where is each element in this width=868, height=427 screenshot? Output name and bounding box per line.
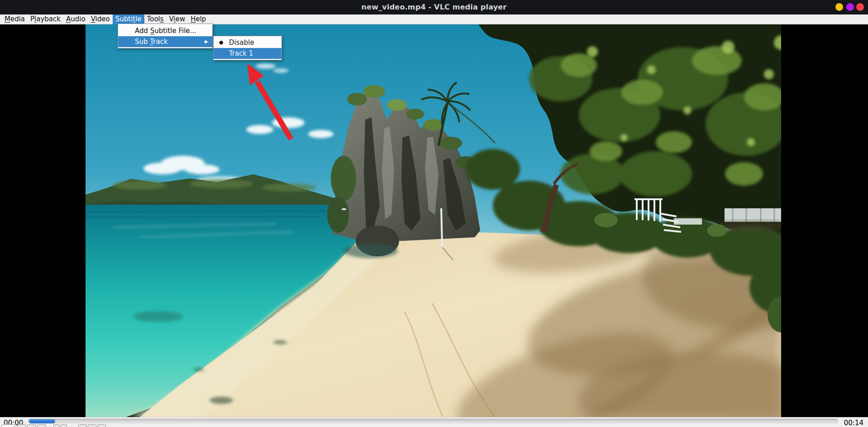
next-button[interactable] [37,424,46,427]
title-bar: new_video.mp4 - VLC media player [0,0,868,14]
menu-bar: Media Playback Audio Video Subtitle Tool… [0,14,868,24]
minimize-button[interactable] [835,3,843,11]
seek-bar[interactable] [28,419,838,424]
menu-view[interactable]: View [167,14,188,24]
menu-item-add-subtitle-file[interactable]: Add Subtitle File... [118,25,212,36]
seek-bar-progress [29,419,55,423]
menu-item-disable[interactable]: ●Disable [214,37,281,48]
close-button[interactable] [856,3,864,11]
menu-audio[interactable]: Audio [63,14,88,24]
stop-button[interactable] [27,424,36,427]
control-bar: 00:00 00:14 [0,417,868,427]
menu-video[interactable]: Video [88,14,113,24]
video-canvas[interactable] [86,24,781,417]
play-button[interactable] [1,424,14,427]
radio-selected-icon: ● [219,37,224,48]
menu-media[interactable]: Media [2,14,28,24]
submenu-arrow-icon: ▶ [205,36,208,47]
window-title: new_video.mp4 - VLC media player [0,0,868,14]
random-button[interactable] [97,424,106,427]
total-time: 00:14 [844,419,863,427]
menu-item-sub-track[interactable]: Sub Track▶ [118,36,212,47]
previous-button[interactable] [17,424,26,427]
extended-settings-button[interactable] [61,424,67,427]
loop-button[interactable] [88,424,96,427]
menu-tools[interactable]: Tools [144,14,167,24]
menu-item-track-1[interactable]: Track 1 [214,48,281,59]
maximize-button[interactable] [846,3,854,11]
menu-playback[interactable]: Playback [28,14,63,24]
subtitle-dropdown-menu: Add Subtitle File... Sub Track▶ [118,24,213,48]
fullscreen-button[interactable] [53,424,60,427]
playlist-button[interactable] [78,424,87,427]
sub-track-submenu: ●Disable Track 1 [213,36,282,60]
menu-help[interactable]: Help [188,14,209,24]
menu-subtitle[interactable]: Subtitle [113,14,144,24]
